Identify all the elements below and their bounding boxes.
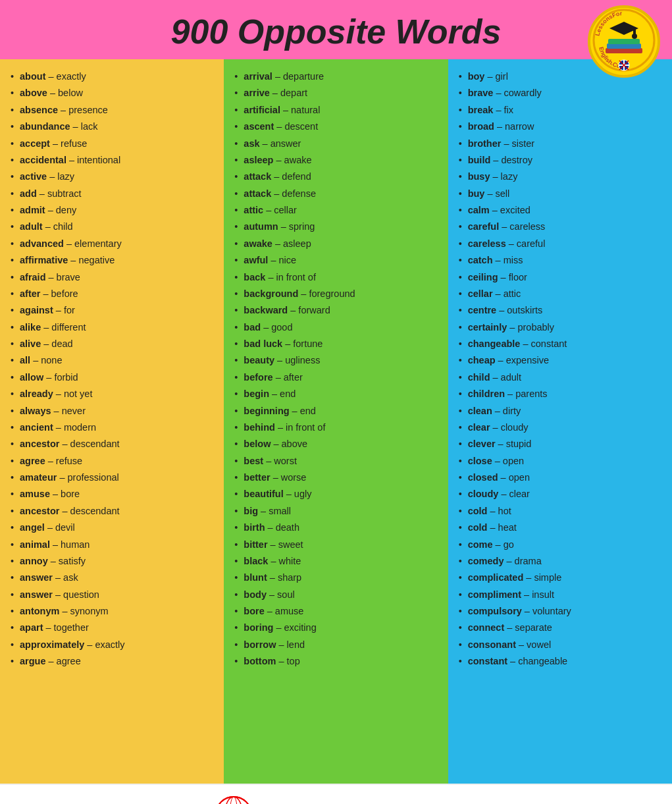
list-item: bottom – top: [234, 653, 441, 670]
list-item: children – parents: [459, 386, 665, 402]
list-item: attic – cellar: [234, 202, 441, 219]
col2-word-list: arrival – departurearrive – departartifi…: [234, 68, 441, 670]
list-item: certainly – probably: [459, 319, 665, 336]
list-item: backward – forward: [234, 302, 441, 319]
svg-rect-1: [606, 48, 642, 53]
list-item: antonym – synonym: [11, 603, 217, 620]
list-item: answer – question: [11, 587, 217, 603]
list-item: accept – refuse: [11, 136, 217, 152]
list-item: amateur – professional: [11, 469, 217, 486]
header: 900 Opposite Words LessonsFor: [0, 0, 672, 59]
list-item: comedy – drama: [459, 553, 665, 570]
list-item: arrival – departure: [234, 68, 441, 85]
list-item: ancient – modern: [11, 419, 217, 436]
list-item: angel – devil: [11, 520, 217, 536]
list-item: active – lazy: [11, 169, 217, 185]
list-item: argue – agree: [11, 653, 217, 670]
list-item: cellar – attic: [459, 286, 665, 302]
list-item: come – go: [459, 537, 665, 553]
list-item: centre – outskirts: [459, 302, 665, 319]
list-item: attack – defense: [234, 186, 441, 202]
list-item: below – above: [234, 436, 441, 452]
svg-rect-2: [607, 43, 641, 49]
list-item: brother – sister: [459, 136, 665, 152]
list-item: child – adult: [459, 369, 665, 386]
list-item: autumn – spring: [234, 219, 441, 235]
list-item: closed – open: [459, 469, 665, 486]
list-item: connect – separate: [459, 620, 665, 636]
list-item: compliment – insult: [459, 587, 665, 603]
svg-point-6: [632, 34, 637, 39]
list-item: background – foreground: [234, 286, 441, 302]
list-item: borrow – lend: [234, 637, 441, 653]
page-title: 900 Opposite Words: [7, 12, 665, 51]
col1-word-list: about – exactlyabove – belowabsence – pr…: [11, 68, 217, 670]
column-2: arrival – departurearrive – departartifi…: [224, 59, 448, 784]
list-item: awake – asleep: [234, 236, 441, 252]
list-item: body – soul: [234, 587, 441, 603]
list-item: ancestor – descendant: [11, 436, 217, 452]
list-item: absence – presence: [11, 102, 217, 119]
list-item: advanced – elementary: [11, 236, 217, 252]
list-item: changeable – constant: [459, 336, 665, 352]
list-item: bore – amuse: [234, 603, 441, 620]
list-item: complicated – simple: [459, 570, 665, 586]
list-item: calm – excited: [459, 202, 665, 219]
logo-text: LessonsFor English.Com: [591, 7, 657, 76]
footer-globe-icon: www.: [215, 795, 253, 804]
list-item: cold – hot: [459, 503, 665, 520]
list-item: always – never: [11, 403, 217, 419]
list-item: ascent – descent: [234, 119, 441, 135]
list-item: boring – exciting: [234, 620, 441, 636]
list-item: ceiling – floor: [459, 269, 665, 286]
list-item: consonant – vowel: [459, 637, 665, 653]
list-item: annoy – satisfy: [11, 553, 217, 570]
column-1: about – exactlyabove – belowabsence – pr…: [0, 59, 224, 784]
list-item: approximately – exactly: [11, 637, 217, 653]
list-item: break – fix: [459, 102, 665, 119]
list-item: agree – refuse: [11, 453, 217, 469]
list-item: close – open: [459, 453, 665, 469]
list-item: against – for: [11, 302, 217, 319]
list-item: boy – girl: [459, 68, 665, 85]
list-item: abundance – lack: [11, 119, 217, 135]
list-item: animal – human: [11, 537, 217, 553]
list-item: asleep – awake: [234, 152, 441, 169]
list-item: blunt – sharp: [234, 570, 441, 586]
list-item: big – small: [234, 503, 441, 520]
list-item: broad – narrow: [459, 119, 665, 135]
list-item: back – in front of: [234, 269, 441, 286]
list-item: answer – ask: [11, 570, 217, 586]
list-item: beginning – end: [234, 403, 441, 419]
footer: www. lessonsforenglish.com: [0, 784, 672, 804]
list-item: clever – stupid: [459, 436, 665, 452]
list-item: catch – miss: [459, 252, 665, 269]
list-item: clear – cloudy: [459, 419, 665, 436]
list-item: admit – deny: [11, 202, 217, 219]
col3-word-list: boy – girlbrave – cowardlybreak – fixbro…: [459, 68, 665, 670]
list-item: beauty – ugliness: [234, 352, 441, 369]
list-item: bitter – sweet: [234, 537, 441, 553]
list-item: careful – careless: [459, 219, 665, 235]
list-item: ask – answer: [234, 136, 441, 152]
list-item: adult – child: [11, 219, 217, 235]
list-item: beautiful – ugly: [234, 486, 441, 502]
list-item: bad luck – fortune: [234, 336, 441, 352]
list-item: before – after: [234, 369, 441, 386]
list-item: black – white: [234, 553, 441, 570]
list-item: build – destroy: [459, 152, 665, 169]
content-columns: about – exactlyabove – belowabsence – pr…: [0, 59, 672, 784]
list-item: compulsory – voluntary: [459, 603, 665, 620]
list-item: cloudy – clear: [459, 486, 665, 502]
list-item: awful – nice: [234, 252, 441, 269]
list-item: begin – end: [234, 386, 441, 402]
list-item: buy – sell: [459, 186, 665, 202]
list-item: busy – lazy: [459, 169, 665, 185]
list-item: affirmative – negative: [11, 252, 217, 269]
list-item: behind – in front of: [234, 419, 441, 436]
list-item: alive – dead: [11, 336, 217, 352]
list-item: brave – cowardly: [459, 85, 665, 101]
list-item: apart – together: [11, 620, 217, 636]
list-item: attack – defend: [234, 169, 441, 185]
list-item: afraid – brave: [11, 269, 217, 286]
